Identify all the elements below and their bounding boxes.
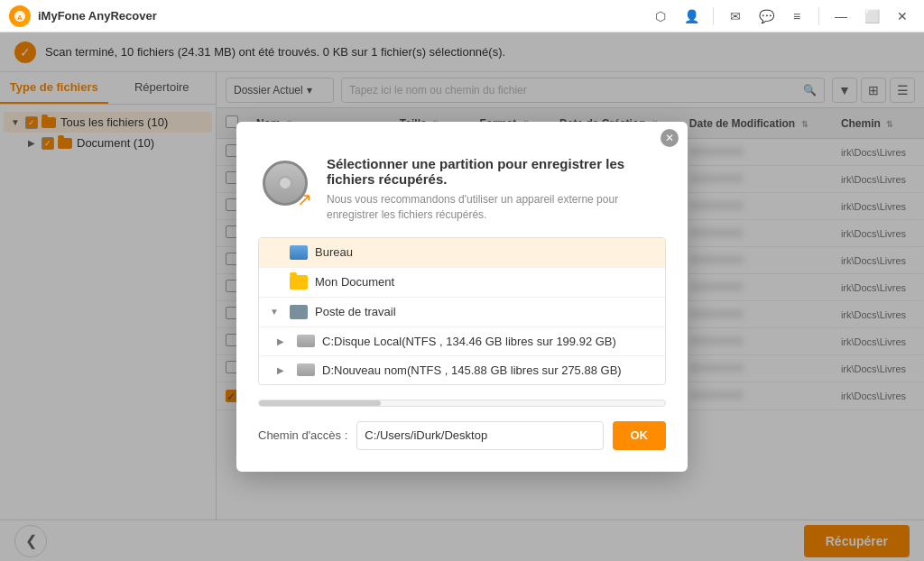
- app-title: iMyFone AnyRecover: [38, 9, 648, 23]
- modal-text-section: Sélectionner une partition pour enregist…: [327, 156, 666, 223]
- path-input[interactable]: [356, 421, 603, 450]
- chat-button[interactable]: 💬: [753, 4, 779, 29]
- user-button[interactable]: 👤: [679, 4, 704, 29]
- app-logo: A: [9, 5, 31, 27]
- svg-text:A: A: [17, 14, 23, 22]
- modal-header: ✕: [236, 122, 688, 147]
- location-poste[interactable]: ▼ Poste de travail: [259, 298, 665, 327]
- share-button[interactable]: ⬡: [648, 4, 673, 29]
- arrow-icon: ↗: [297, 189, 312, 210]
- save-dialog: ✕ ↗ Sélectionner une partition pour enre…: [236, 122, 688, 472]
- close-button[interactable]: ✕: [890, 4, 915, 29]
- separator2: [818, 7, 819, 25]
- path-label: Chemin d'accès :: [258, 428, 347, 442]
- drive-c-icon: [297, 335, 315, 347]
- title-bar-actions: ⬡ 👤 ✉ 💬 ≡ — ⬜ ✕: [648, 4, 915, 29]
- expand-d-icon[interactable]: ▶: [277, 365, 290, 375]
- disk-inner: [278, 176, 292, 190]
- maximize-button[interactable]: ⬜: [859, 4, 884, 29]
- modal-subtitle: Nous vous recommandons d'utiliser un app…: [327, 192, 666, 223]
- location-browser: Bureau Mon Document ▼ Poste de travail ▶: [258, 237, 666, 385]
- modal-footer: Chemin d'accès : OK: [258, 421, 666, 454]
- d-drive-label: D:Nouveau nom(NTFS , 145.88 GB libres su…: [322, 363, 622, 377]
- c-drive-label: C:Disque Local(NTFS , 134.46 GB libres s…: [322, 335, 616, 348]
- drive-d-icon: [297, 363, 315, 376]
- menu-button[interactable]: ≡: [784, 4, 809, 29]
- separator: [713, 7, 714, 25]
- poste-label: Poste de travail: [315, 305, 396, 318]
- minimize-button[interactable]: —: [828, 4, 854, 29]
- ok-button[interactable]: OK: [613, 421, 667, 450]
- location-mondoc[interactable]: Mon Document: [259, 268, 665, 298]
- location-c-drive[interactable]: ▶ C:Disque Local(NTFS , 134.46 GB libres…: [259, 327, 665, 356]
- modal-scrollbar[interactable]: [258, 400, 666, 407]
- bureau-label: Bureau: [315, 245, 353, 259]
- mondoc-label: Mon Document: [315, 275, 394, 289]
- modal-overlay: ✕ ↗ Sélectionner une partition pour enre…: [0, 32, 924, 561]
- modal-body: ↗ Sélectionner une partition pour enregi…: [236, 147, 688, 472]
- disk-icon: ↗: [258, 156, 312, 210]
- title-bar: A iMyFone AnyRecover ⬡ 👤 ✉ 💬 ≡ — ⬜ ✕: [0, 0, 924, 32]
- modal-close-button[interactable]: ✕: [661, 129, 679, 147]
- location-bureau[interactable]: Bureau: [259, 238, 665, 268]
- location-d-drive[interactable]: ▶ D:Nouveau nom(NTFS , 145.88 GB libres …: [259, 356, 665, 384]
- mail-button[interactable]: ✉: [723, 4, 748, 29]
- expand-poste-icon[interactable]: ▼: [270, 307, 282, 317]
- desktop-icon: [290, 245, 308, 260]
- expand-c-icon[interactable]: ▶: [277, 336, 290, 346]
- folder-icon-mondoc: [290, 275, 308, 290]
- modal-top-section: ↗ Sélectionner une partition pour enregi…: [258, 156, 666, 223]
- scrollbar-thumb: [259, 400, 381, 406]
- computer-icon: [290, 305, 308, 319]
- modal-title: Sélectionner une partition pour enregist…: [327, 156, 666, 187]
